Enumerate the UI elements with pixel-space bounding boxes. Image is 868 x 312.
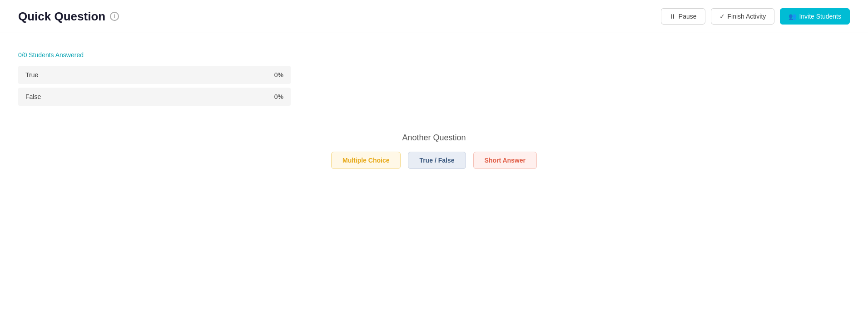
- answer-label-false: False: [25, 93, 41, 100]
- header-actions: ⏸ Pause ✓ Finish Activity 👥 Invite Stude…: [661, 8, 850, 25]
- answer-row-false: False 0%: [18, 88, 291, 106]
- another-question-title: Another Question: [402, 133, 466, 143]
- students-answered-label: 0/0 Students Answered: [18, 51, 850, 59]
- answer-label-true: True: [25, 71, 38, 79]
- header-left: Quick Question i: [18, 10, 119, 24]
- pause-icon: ⏸: [670, 13, 676, 20]
- question-type-true-false[interactable]: True / False: [408, 152, 466, 169]
- answer-rows: True 0% False 0%: [18, 66, 850, 106]
- page-title: Quick Question: [18, 10, 105, 24]
- check-icon: ✓: [719, 13, 725, 20]
- invite-students-button[interactable]: 👥 Invite Students: [780, 8, 850, 25]
- another-question-section: Another Question Multiple Choice True / …: [18, 133, 850, 169]
- question-type-multiple-choice[interactable]: Multiple Choice: [331, 152, 401, 169]
- question-type-buttons: Multiple Choice True / False Short Answe…: [331, 152, 537, 169]
- finish-activity-button[interactable]: ✓ Finish Activity: [711, 8, 775, 25]
- answer-row-true: True 0%: [18, 66, 291, 84]
- info-icon[interactable]: i: [110, 12, 119, 21]
- app-header: Quick Question i ⏸ Pause ✓ Finish Activi…: [0, 0, 868, 33]
- users-icon: 👥: [789, 13, 796, 20]
- answer-pct-true: 0%: [274, 71, 283, 79]
- answer-pct-false: 0%: [274, 93, 283, 100]
- pause-button[interactable]: ⏸ Pause: [661, 8, 705, 25]
- main-content: 0/0 Students Answered True 0% False 0% A…: [0, 33, 868, 187]
- question-type-short-answer[interactable]: Short Answer: [473, 152, 537, 169]
